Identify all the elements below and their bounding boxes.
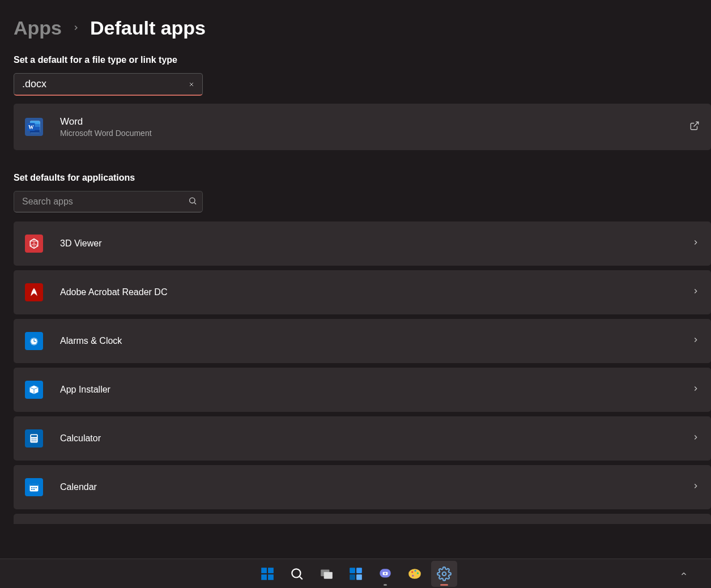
svg-rect-28 bbox=[31, 487, 33, 488]
svg-point-18 bbox=[32, 438, 33, 440]
chevron-right-icon bbox=[72, 22, 80, 35]
chevron-right-icon bbox=[692, 287, 700, 297]
filetype-section-label: Set a default for a file type or link ty… bbox=[14, 55, 711, 65]
word-icon: W bbox=[25, 118, 43, 136]
svg-point-20 bbox=[35, 438, 36, 440]
chevron-right-icon bbox=[692, 385, 700, 395]
svg-point-52 bbox=[412, 574, 414, 576]
chevron-right-icon bbox=[692, 238, 700, 249]
chevron-right-icon bbox=[692, 482, 700, 492]
svg-rect-25 bbox=[30, 484, 39, 485]
svg-rect-32 bbox=[33, 489, 35, 490]
app-item-alarms[interactable]: Alarms & Clock bbox=[14, 319, 711, 363]
page-title: Default apps bbox=[90, 17, 206, 39]
breadcrumb: Apps Default apps bbox=[14, 17, 711, 39]
search-apps-wrap bbox=[14, 191, 203, 212]
app-item-partial[interactable] bbox=[14, 514, 711, 524]
app-list: 3D Viewer Adobe Acrobat Reader DC Alarms… bbox=[14, 221, 711, 524]
chevron-right-icon bbox=[692, 336, 700, 346]
app-item-label: App Installer bbox=[60, 385, 692, 395]
app-item-calendar[interactable]: Calendar bbox=[14, 465, 711, 509]
svg-line-11 bbox=[194, 203, 196, 204]
svg-rect-34 bbox=[268, 568, 274, 573]
app-installer-icon bbox=[25, 381, 43, 399]
svg-point-21 bbox=[32, 440, 33, 441]
svg-rect-42 bbox=[356, 568, 362, 573]
calendar-icon bbox=[25, 478, 43, 496]
result-title: Word bbox=[60, 116, 689, 127]
svg-rect-36 bbox=[268, 574, 274, 580]
app-item-calculator[interactable]: Calculator bbox=[14, 416, 711, 461]
svg-point-23 bbox=[35, 440, 36, 441]
svg-rect-33 bbox=[261, 568, 267, 573]
svg-point-53 bbox=[442, 572, 446, 576]
svg-text:W: W bbox=[28, 124, 34, 130]
svg-rect-30 bbox=[36, 487, 37, 488]
taskbar-search[interactable] bbox=[284, 561, 310, 587]
search-apps-input[interactable] bbox=[14, 191, 203, 212]
taskbar-settings[interactable] bbox=[431, 561, 457, 587]
svg-rect-41 bbox=[350, 568, 355, 573]
svg-point-49 bbox=[411, 571, 413, 573]
taskbar-taskview[interactable] bbox=[313, 561, 339, 587]
tray-overflow-icon[interactable] bbox=[674, 564, 694, 584]
taskbar-chat[interactable] bbox=[372, 561, 398, 587]
svg-point-10 bbox=[190, 198, 195, 203]
svg-point-19 bbox=[33, 438, 35, 440]
open-external-icon bbox=[689, 121, 700, 133]
taskbar-widgets[interactable] bbox=[343, 561, 369, 587]
svg-point-51 bbox=[416, 572, 418, 574]
svg-rect-35 bbox=[261, 574, 267, 580]
svg-point-47 bbox=[384, 572, 386, 574]
breadcrumb-parent-apps[interactable]: Apps bbox=[14, 17, 62, 39]
chevron-right-icon bbox=[692, 433, 700, 444]
svg-rect-44 bbox=[356, 574, 362, 580]
app-item-label: Adobe Acrobat Reader DC bbox=[60, 287, 692, 297]
svg-point-22 bbox=[33, 440, 35, 441]
alarms-clock-icon bbox=[25, 332, 43, 350]
svg-line-38 bbox=[300, 577, 303, 580]
svg-point-37 bbox=[292, 569, 300, 577]
acrobat-icon bbox=[25, 283, 43, 301]
svg-rect-31 bbox=[31, 489, 33, 490]
app-item-app-installer[interactable]: App Installer bbox=[14, 368, 711, 412]
taskbar-paint[interactable] bbox=[402, 561, 428, 587]
svg-point-50 bbox=[414, 569, 416, 571]
app-item-label: 3D Viewer bbox=[60, 238, 692, 249]
svg-rect-43 bbox=[350, 574, 355, 580]
app-item-label: Calendar bbox=[60, 482, 692, 492]
app-item-3d-viewer[interactable]: 3D Viewer bbox=[14, 221, 711, 266]
result-subtitle: Microsoft Word Document bbox=[60, 129, 689, 138]
filetype-input-wrap bbox=[14, 73, 203, 96]
svg-rect-40 bbox=[323, 572, 332, 578]
search-icon[interactable] bbox=[188, 197, 197, 207]
apps-section-label: Set defaults for applications bbox=[14, 173, 711, 183]
filetype-result-word[interactable]: W Word Microsoft Word Document bbox=[14, 104, 711, 150]
clear-icon[interactable] bbox=[185, 78, 198, 91]
3d-viewer-icon bbox=[25, 235, 43, 253]
taskbar bbox=[0, 559, 711, 588]
calculator-icon bbox=[25, 429, 43, 448]
app-item-label: Alarms & Clock bbox=[60, 336, 692, 346]
svg-rect-29 bbox=[33, 487, 35, 488]
app-item-label: Calculator bbox=[60, 433, 692, 444]
svg-line-9 bbox=[694, 122, 699, 126]
taskbar-start[interactable] bbox=[254, 561, 280, 587]
app-item-acrobat[interactable]: Adobe Acrobat Reader DC bbox=[14, 270, 711, 314]
filetype-input[interactable] bbox=[14, 73, 203, 96]
svg-rect-17 bbox=[31, 435, 37, 437]
